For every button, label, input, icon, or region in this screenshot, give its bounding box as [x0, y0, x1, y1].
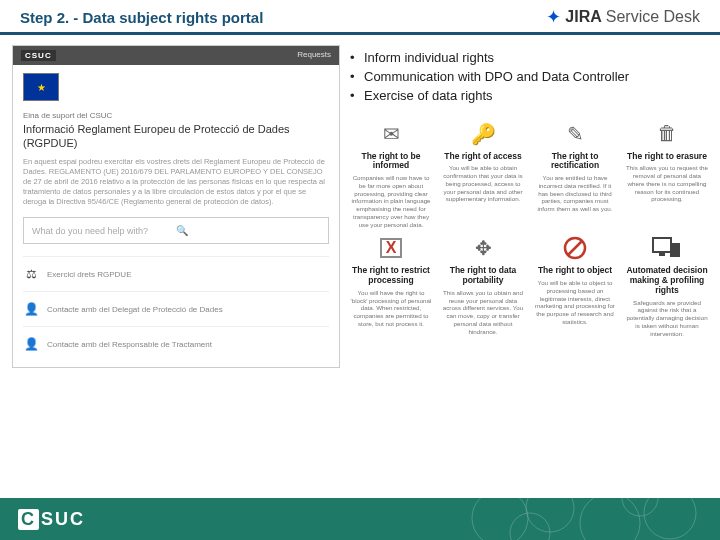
- right-title: The right to restrict processing: [350, 266, 432, 286]
- csuc-logo: CSUC: [18, 509, 85, 530]
- bullet-item: Inform individual rights: [364, 49, 708, 68]
- person-icon: 👤: [23, 302, 39, 316]
- right-desc: This allows you to obtain and reuse your…: [442, 289, 524, 336]
- restrict-icon: X: [374, 234, 408, 262]
- svg-point-5: [472, 498, 528, 540]
- arrows-move-icon: ✥: [466, 234, 500, 262]
- trash-icon: 🗑: [650, 120, 684, 148]
- pen-icon: ✎: [558, 120, 592, 148]
- portal-screenshot: CSUC Requests ★ Eina de suport del CSUC …: [12, 45, 340, 368]
- right-title: The right of access: [442, 152, 524, 162]
- portal-link-dpo[interactable]: 👤 Contacte amb del Delegat de Protecció …: [23, 291, 329, 326]
- right-desc: You are entitled to have incorrect data …: [534, 174, 616, 213]
- svg-point-8: [644, 498, 696, 539]
- portal-topbar: CSUC Requests: [13, 46, 339, 65]
- main-content: CSUC Requests ★ Eina de suport del CSUC …: [0, 35, 720, 368]
- search-placeholder: What do you need help with?: [32, 226, 176, 236]
- svg-point-6: [526, 498, 574, 532]
- portal-body: Eina de suport del CSUC Informació Regla…: [13, 105, 339, 367]
- svg-point-9: [510, 513, 550, 540]
- jira-star-icon: ✦: [546, 6, 561, 28]
- right-desc: You will have the right to 'block' proce…: [350, 289, 432, 328]
- svg-rect-3: [659, 253, 665, 256]
- portal-heading: Informació Reglament Europeu de Protecci…: [23, 122, 329, 151]
- right-card-object: The right to object You will be able to …: [534, 234, 616, 337]
- portal-link-rgpd[interactable]: ⚖ Exercici drets RGPDUE: [23, 256, 329, 291]
- search-input[interactable]: What do you need help with? 🔍: [23, 217, 329, 244]
- right-title: The right to data portability: [442, 266, 524, 286]
- jira-brand: JIRA: [565, 8, 601, 26]
- right-card-informed: ✉ The right to be informed Companies wil…: [350, 120, 432, 229]
- devices-icon: [650, 234, 684, 262]
- key-icon: 🔑: [466, 120, 500, 148]
- right-desc: You will be able to obtain confirmation …: [442, 164, 524, 203]
- portal-link-controller[interactable]: 👤 Contacte amb del Responsable de Tracta…: [23, 326, 329, 361]
- slide-footer: CSUC: [0, 498, 720, 540]
- right-desc: You will be able to object to processing…: [534, 279, 616, 326]
- portal-link-label: Contacte amb del Delegat de Protecció de…: [47, 305, 223, 314]
- right-title: Automated decision making & profiling ri…: [626, 266, 708, 295]
- rights-grid: ✉ The right to be informed Companies wil…: [350, 120, 708, 338]
- slide-header: Step 2. - Data subject rights portal ✦ J…: [0, 0, 720, 35]
- right-card-rectification: ✎ The right to rectification You are ent…: [534, 120, 616, 229]
- requests-link[interactable]: Requests: [297, 50, 331, 61]
- right-desc: Safeguards are provided against the risk…: [626, 299, 708, 338]
- bullet-item: Communication with DPO and Data Controll…: [364, 68, 708, 87]
- right-title: The right to erasure: [626, 152, 708, 162]
- footer-brand-rest: SUC: [41, 509, 85, 530]
- envelope-icon: ✉: [374, 120, 408, 148]
- jira-product: Service Desk: [606, 8, 700, 26]
- right-desc: This allows you to request the removal o…: [626, 164, 708, 203]
- bullet-item: Exercise of data rights: [364, 87, 708, 106]
- right-desc: Companies will now have to be far more o…: [350, 174, 432, 228]
- prohibited-icon: [558, 234, 592, 262]
- svg-point-10: [622, 498, 658, 516]
- right-title: The right to be informed: [350, 152, 432, 172]
- eu-flag-icon: ★: [23, 73, 59, 101]
- search-icon: 🔍: [176, 225, 320, 236]
- right-card-profiling: Automated decision making & profiling ri…: [626, 234, 708, 337]
- portal-link-label: Exercici drets RGPDUE: [47, 270, 131, 279]
- portal-breadcrumb: Eina de suport del CSUC: [23, 111, 329, 120]
- page-title: Step 2. - Data subject rights portal: [20, 9, 263, 26]
- svg-rect-4: [670, 243, 680, 257]
- svg-line-1: [568, 241, 582, 255]
- right-card-access: 🔑 The right of access You will be able t…: [442, 120, 524, 229]
- person-icon: 👤: [23, 337, 39, 351]
- svg-point-7: [580, 498, 640, 540]
- right-column: •Inform individual rights •Communication…: [350, 45, 708, 368]
- right-title: The right to object: [534, 266, 616, 276]
- footer-pattern: [460, 498, 720, 540]
- portal-brand-mini: CSUC: [21, 50, 56, 61]
- right-card-portability: ✥ The right to data portability This all…: [442, 234, 524, 337]
- right-title: The right to rectification: [534, 152, 616, 172]
- bullet-list: •Inform individual rights •Communication…: [350, 49, 708, 106]
- portal-intro: En aquest espai podreu exercitar els vos…: [23, 157, 329, 208]
- right-card-restrict: X The right to restrict processing You w…: [350, 234, 432, 337]
- right-card-erasure: 🗑 The right to erasure This allows you t…: [626, 120, 708, 229]
- scales-icon: ⚖: [23, 267, 39, 281]
- portal-link-label: Contacte amb del Responsable de Tractame…: [47, 340, 212, 349]
- jira-logo: ✦ JIRA Service Desk: [546, 6, 700, 28]
- svg-rect-2: [653, 238, 671, 252]
